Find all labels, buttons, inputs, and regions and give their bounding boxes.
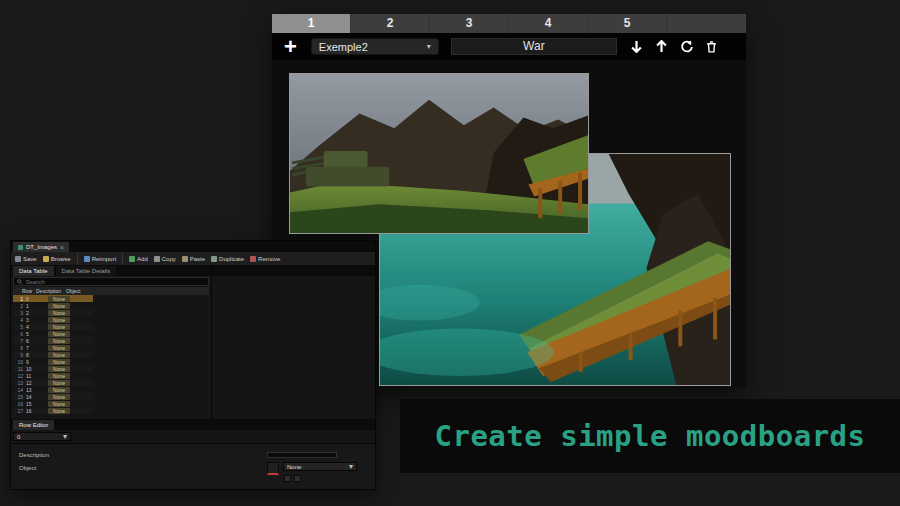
datatable-rows: 10None21None32None43None54None65None76No… bbox=[13, 295, 93, 414]
add-image-button[interactable]: + bbox=[284, 37, 297, 57]
moodboard-tab-4[interactable]: 4 bbox=[509, 14, 588, 33]
browse-icon bbox=[43, 256, 49, 262]
toolbar-separator bbox=[122, 254, 123, 263]
column-header-object[interactable]: Object bbox=[66, 288, 86, 294]
refresh-button[interactable] bbox=[679, 39, 695, 55]
description-label: Description bbox=[19, 452, 49, 458]
moodboard-tab-1[interactable]: 1 bbox=[272, 14, 351, 33]
column-header-row[interactable]: Row bbox=[22, 288, 36, 294]
table-row[interactable]: 98None bbox=[13, 351, 93, 358]
table-row[interactable]: 87None bbox=[13, 344, 93, 351]
table-row[interactable]: 1211None bbox=[13, 372, 93, 379]
chevron-down-icon: ▾ bbox=[427, 42, 431, 51]
table-row[interactable]: 21None bbox=[13, 302, 93, 309]
toolbar-separator bbox=[77, 254, 78, 263]
add-icon bbox=[129, 256, 135, 262]
row-selector-dropdown[interactable]: 0 ▾ bbox=[13, 432, 71, 441]
table-row[interactable]: 1716None bbox=[13, 407, 93, 414]
description-field[interactable] bbox=[267, 452, 337, 458]
table-row[interactable]: 54None bbox=[13, 323, 93, 330]
caption-text: Create simple moodboards bbox=[434, 419, 865, 453]
tab-data-table-details[interactable]: Data Table Details bbox=[56, 266, 117, 276]
save-button[interactable]: Save bbox=[15, 256, 37, 262]
table-row[interactable]: 109None bbox=[13, 358, 93, 365]
moodboard-actions bbox=[629, 39, 720, 55]
row-editor-strip: Row Editor bbox=[11, 419, 375, 430]
object-buttons bbox=[284, 475, 301, 482]
delete-button[interactable] bbox=[704, 39, 720, 55]
remove-icon bbox=[250, 256, 256, 262]
moodboard-tab-2[interactable]: 2 bbox=[351, 14, 430, 33]
add-button[interactable]: Add bbox=[129, 256, 148, 262]
paste-button[interactable]: Paste bbox=[182, 256, 205, 262]
datatable-asset-icon bbox=[18, 245, 23, 250]
tab-data-table[interactable]: Data Table bbox=[13, 266, 54, 276]
table-row[interactable]: 1615None bbox=[13, 400, 93, 407]
moodboard-toolbar: + Exemple2 ▾ War bbox=[272, 33, 746, 60]
up-arrow-icon bbox=[655, 40, 668, 53]
board-select-value: Exemple2 bbox=[319, 41, 368, 53]
move-up-button[interactable] bbox=[654, 39, 670, 55]
browse-button[interactable]: Browse bbox=[43, 256, 71, 262]
table-row[interactable]: 32None bbox=[13, 309, 93, 316]
board-select-dropdown[interactable]: Exemple2 ▾ bbox=[311, 38, 439, 55]
table-row[interactable]: 1312None bbox=[13, 379, 93, 386]
table-row[interactable]: 1110None bbox=[13, 365, 93, 372]
tab-row-editor[interactable]: Row Editor bbox=[13, 420, 54, 430]
copy-icon bbox=[154, 256, 160, 262]
moodboard-tab-3[interactable]: 3 bbox=[430, 14, 509, 33]
datatable-toolbar: SaveBrowseReimportAddCopyPasteDuplicateR… bbox=[11, 252, 375, 265]
desktop: 12345 + Exemple2 ▾ War bbox=[0, 0, 900, 506]
remove-button[interactable]: Remove bbox=[250, 256, 280, 262]
table-row[interactable]: 65None bbox=[13, 330, 93, 337]
caption-banner: Create simple moodboards bbox=[400, 399, 900, 473]
datatable-column-headers: RowDescriptionObject bbox=[13, 287, 209, 295]
table-row[interactable]: 1413None bbox=[13, 386, 93, 393]
object-label: Object bbox=[19, 465, 36, 471]
datatable-panel-tabs: Data Table Data Table Details bbox=[11, 265, 375, 276]
save-icon bbox=[15, 256, 21, 262]
search-input[interactable] bbox=[26, 279, 205, 285]
moodboard-tab-5[interactable]: 5 bbox=[588, 14, 667, 33]
down-arrow-icon bbox=[630, 40, 643, 53]
datatable-tabstrip: DT_Images × bbox=[11, 241, 375, 252]
browse-to-asset-icon[interactable] bbox=[294, 475, 301, 482]
column-header-description[interactable]: Description bbox=[36, 288, 66, 294]
moodboard-tab-bar: 12345 bbox=[272, 14, 746, 33]
board-title-input[interactable]: War bbox=[451, 38, 617, 55]
reimport-icon bbox=[84, 256, 90, 262]
search-icon bbox=[17, 279, 23, 285]
chevron-down-icon: ▾ bbox=[349, 462, 353, 471]
table-row[interactable]: 43None bbox=[13, 316, 93, 323]
copy-button[interactable]: Copy bbox=[154, 256, 176, 262]
datatable-tab-label: DT_Images bbox=[26, 244, 57, 250]
row-selector-value: 0 bbox=[17, 434, 20, 440]
object-dropdown[interactable]: None ▾ bbox=[283, 462, 357, 471]
table-row[interactable]: 10None bbox=[13, 295, 93, 302]
use-selected-icon[interactable] bbox=[284, 475, 291, 482]
reimport-button[interactable]: Reimport bbox=[84, 256, 116, 262]
duplicate-icon bbox=[211, 256, 217, 262]
search-box bbox=[13, 277, 209, 286]
image-card-tank-mountain[interactable] bbox=[289, 73, 589, 234]
object-thumbnail[interactable] bbox=[267, 462, 279, 475]
duplicate-button[interactable]: Duplicate bbox=[211, 256, 244, 262]
panel-divider bbox=[211, 265, 212, 419]
row-editor-details: Description Object None ▾ bbox=[11, 443, 375, 489]
tank-scene-image bbox=[290, 74, 588, 233]
chevron-down-icon: ▾ bbox=[63, 432, 67, 441]
object-value: None bbox=[287, 464, 301, 470]
refresh-icon bbox=[680, 40, 694, 54]
table-row[interactable]: 1514None bbox=[13, 393, 93, 400]
close-icon[interactable]: × bbox=[60, 244, 64, 251]
move-down-button[interactable] bbox=[629, 39, 645, 55]
trash-icon bbox=[705, 40, 718, 53]
datatable-window-tab[interactable]: DT_Images × bbox=[13, 242, 69, 252]
datatable-editor-window: DT_Images × SaveBrowseReimportAddCopyPas… bbox=[10, 240, 376, 490]
paste-icon bbox=[182, 256, 188, 262]
table-row[interactable]: 76None bbox=[13, 337, 93, 344]
